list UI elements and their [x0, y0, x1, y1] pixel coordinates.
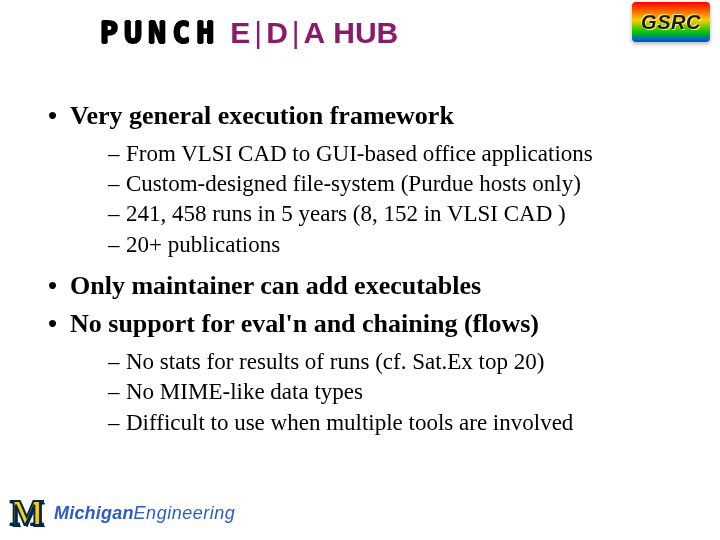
block-m-letter: M [6, 492, 48, 534]
sub-item: –From VLSI CAD to GUI-based office appli… [108, 139, 690, 169]
dash-icon: – [108, 408, 126, 438]
eda-a: A [304, 16, 328, 49]
dash-icon: – [108, 199, 126, 229]
sub-item: –20+ publications [108, 230, 690, 260]
slide-content: •Very general execution framework –From … [48, 100, 690, 438]
bullet-dot-icon: • [48, 308, 70, 341]
title-block: PUNCH E|D|AHUB [100, 15, 398, 50]
dash-icon: – [108, 377, 126, 407]
dash-icon: – [108, 347, 126, 377]
sub-text: No stats for results of runs (cf. Sat.Ex… [126, 349, 544, 374]
bullet-1-subs: –From VLSI CAD to GUI-based office appli… [108, 139, 690, 260]
footer-logo: M MichiganEngineering [6, 492, 235, 534]
bullet-1-text: Very general execution framework [70, 101, 454, 130]
pipe-icon: | [292, 16, 302, 49]
bullet-dot-icon: • [48, 270, 70, 303]
bullet-3: •No support for eval'n and chaining (flo… [48, 308, 690, 341]
punch-logo-text: PUNCH [100, 15, 220, 50]
dash-icon: – [108, 169, 126, 199]
slide-header: PUNCH E|D|AHUB GSRC [0, 0, 720, 80]
michigan-engineering-text: MichiganEngineering [54, 503, 235, 524]
engineering-word: Engineering [134, 503, 236, 523]
sub-item: –No stats for results of runs (cf. Sat.E… [108, 347, 690, 377]
eda-e: E [230, 16, 252, 49]
gsrc-text: GSRC [641, 11, 701, 34]
bullet-2: •Only maintainer can add executables [48, 270, 690, 303]
eda-d: D [266, 16, 290, 49]
sub-text: 20+ publications [126, 232, 280, 257]
dash-icon: – [108, 139, 126, 169]
sub-text: Custom-designed file-system (Purdue host… [126, 171, 581, 196]
bullet-1: •Very general execution framework [48, 100, 690, 133]
gsrc-logo: GSRC [632, 2, 710, 42]
michigan-m-icon: M [6, 492, 48, 534]
sub-item: –No MIME-like data types [108, 377, 690, 407]
bullet-3-subs: –No stats for results of runs (cf. Sat.E… [108, 347, 690, 438]
sub-text: No MIME-like data types [126, 379, 363, 404]
michigan-word: Michigan [54, 503, 134, 523]
sub-item: –Custom-designed file-system (Purdue hos… [108, 169, 690, 199]
dash-icon: – [108, 230, 126, 260]
eda-hub-logo-text: E|D|AHUB [230, 16, 398, 50]
eda-hub: HUB [333, 16, 398, 49]
bullet-dot-icon: • [48, 100, 70, 133]
bullet-2-text: Only maintainer can add executables [70, 271, 481, 300]
sub-item: –Difficult to use when multiple tools ar… [108, 408, 690, 438]
sub-text: 241, 458 runs in 5 years (8, 152 in VLSI… [126, 201, 566, 226]
sub-text: From VLSI CAD to GUI-based office applic… [126, 141, 593, 166]
sub-text: Difficult to use when multiple tools are… [126, 410, 573, 435]
pipe-icon: | [254, 16, 264, 49]
bullet-3-text: No support for eval'n and chaining (flow… [70, 309, 539, 338]
sub-item: –241, 458 runs in 5 years (8, 152 in VLS… [108, 199, 690, 229]
